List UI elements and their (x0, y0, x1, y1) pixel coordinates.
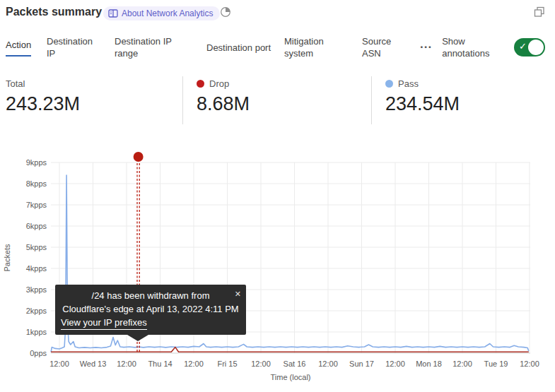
tab-source-asn[interactable]: Source ASN (362, 35, 403, 59)
book-icon (108, 9, 118, 18)
tab-label: Action (6, 39, 31, 57)
x-tick-label: 12:00 (184, 360, 204, 368)
y-tick-label: 6kpps (26, 222, 47, 230)
stat-total: Total243.23M (6, 78, 80, 115)
x-tick-label: Tue 19 (484, 360, 508, 368)
y-tick-label: 7kpps (26, 201, 47, 209)
show-annotations-toggle[interactable]: ✓ (514, 38, 545, 57)
x-tick-label: Sun 17 (349, 360, 374, 368)
check-icon: ✓ (519, 41, 527, 52)
packets-summary-panel: Packets summary About Network Analytics … (0, 0, 555, 392)
y-tick-label: 9kpps (26, 158, 47, 167)
annotation-dot-icon[interactable] (134, 152, 144, 162)
x-tick-label: Thu 14 (148, 360, 172, 368)
page-title: Packets summary (6, 6, 102, 18)
x-tick-label: Wed 13 (80, 360, 107, 368)
tooltip-line2: Cloudflare's edge at April 13, 2022 4:11… (61, 302, 240, 316)
tooltip-caret (127, 335, 148, 341)
y-tick-label: 1kpps (26, 328, 47, 336)
stat-label: Drop (209, 78, 229, 89)
about-badge-label: About Network Analytics (122, 8, 213, 18)
y-tick-label: 5kpps (26, 243, 47, 251)
x-tick-label: 12:00 (452, 360, 472, 368)
toggle-knob (528, 40, 544, 55)
stat-divider (182, 76, 183, 124)
dimension-tabs: ActionDestination IPDestination IP range… (0, 31, 555, 64)
panel-header: Packets summary About Network Analytics (0, 0, 555, 28)
view-ip-prefixes-link[interactable]: View your IP prefixes (61, 316, 147, 330)
annotation-tooltip: /24 has been withdrawn from Cloudflare's… (55, 285, 246, 335)
packets-chart: 0pps1kpps2kpps3kpps4kpps5kpps6kpps7kpps8… (0, 145, 555, 392)
tab-label: Mitigation system (284, 35, 349, 59)
about-network-analytics-badge[interactable]: About Network Analytics (103, 6, 220, 20)
x-tick-label: Fri 15 (217, 360, 237, 368)
stat-value: 8.68M (197, 93, 250, 115)
tab-destination-ip[interactable]: Destination IP (47, 35, 102, 59)
y-tick-label: 8kpps (26, 179, 47, 188)
stat-drop: Drop8.68M (197, 78, 250, 115)
show-annotations-label: Show annotations (442, 35, 500, 59)
x-tick-label: 12:00 (385, 360, 405, 368)
more-tabs-button[interactable]: ... (420, 37, 432, 52)
y-tick-label: 4kpps (26, 264, 47, 273)
tab-label: Destination IP (47, 35, 102, 59)
drop-legend-dot-icon (197, 80, 204, 88)
stat-divider (371, 76, 372, 124)
tab-action[interactable]: Action (6, 39, 34, 57)
x-tick-label: 12:00 (251, 360, 271, 368)
stats-row: Total243.23MDrop8.68MPass234.54M (0, 74, 555, 131)
y-tick-label: 2kpps (26, 307, 47, 315)
x-tick-label: 12:00 (49, 360, 69, 368)
tab-destination-ip-range[interactable]: Destination IP range (115, 35, 194, 59)
stat-label: Pass (398, 78, 419, 89)
pie-chart-icon (220, 6, 231, 18)
stat-value: 234.54M (385, 93, 460, 115)
x-tick-label: Sat 16 (284, 360, 306, 368)
y-tick-label: 0pps (30, 349, 47, 357)
x-tick-label: 12:00 (520, 360, 539, 368)
stat-pass: Pass234.54M (385, 78, 460, 115)
expand-panel-icon[interactable] (534, 6, 545, 18)
tooltip-line1: /24 has been withdrawn from (61, 289, 240, 302)
tab-label: Destination IP range (115, 35, 194, 59)
x-tick-label: 12:00 (117, 360, 136, 368)
stat-value: 243.23M (6, 93, 80, 115)
drop-line (51, 348, 529, 352)
x-tick-label: 12:00 (318, 360, 338, 368)
close-icon[interactable]: ✕ (235, 287, 241, 301)
y-tick-label: 3kpps (26, 285, 47, 294)
stat-label: Total (6, 78, 25, 89)
tab-label: Destination port (206, 42, 271, 54)
pass-legend-dot-icon (385, 80, 393, 88)
x-tick-label: Mon 18 (416, 360, 442, 368)
y-axis-title: Packets (3, 244, 11, 272)
tab-label: Source ASN (362, 35, 403, 59)
x-axis-title: Time (local) (270, 373, 310, 381)
tab-destination-port[interactable]: Destination port (206, 42, 271, 54)
tab-mitigation-system[interactable]: Mitigation system (284, 35, 349, 59)
